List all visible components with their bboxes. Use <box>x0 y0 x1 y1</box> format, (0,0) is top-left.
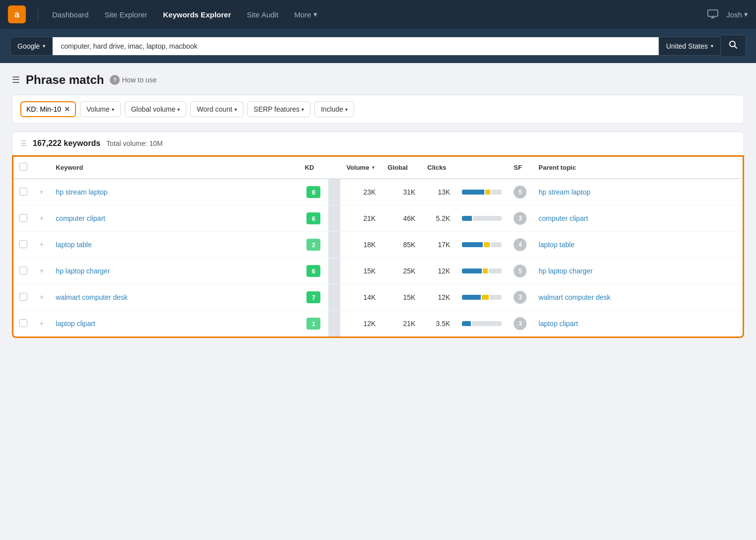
row-parent-cell: hp stream laptop <box>532 179 743 205</box>
search-input[interactable] <box>52 37 659 56</box>
keyword-link[interactable]: computer clipart <box>56 214 105 222</box>
chevron-down-icon: ▾ <box>313 10 317 19</box>
th-volume[interactable]: Volume ▼ <box>340 157 381 179</box>
add-keyword-icon[interactable]: + <box>39 188 44 196</box>
bar-yellow <box>483 269 488 273</box>
logo[interactable]: a <box>8 5 26 23</box>
row-divider <box>328 179 340 205</box>
bar-blue <box>462 321 471 326</box>
kd-filter-clear[interactable]: ✕ <box>64 105 70 113</box>
keyword-link[interactable]: walmart computer desk <box>56 293 128 301</box>
chevron-down-icon: ▾ <box>177 107 180 112</box>
nav-more-button[interactable]: More ▾ <box>288 7 323 22</box>
row-checkbox-cell <box>13 311 33 337</box>
nav-link-site-explorer[interactable]: Site Explorer <box>98 7 153 22</box>
monitor-icon[interactable] <box>705 7 720 22</box>
parent-topic-link[interactable]: laptop clipart <box>538 320 578 328</box>
hamburger-icon[interactable]: ☰ <box>12 74 20 85</box>
row-clicks-bar-cell <box>456 258 508 284</box>
country-select[interactable]: United States ▾ <box>659 37 721 56</box>
bar-blue <box>462 190 484 195</box>
global-volume-filter[interactable]: Global volume ▾ <box>125 101 187 117</box>
th-keyword: Keyword <box>50 157 299 179</box>
bar-blue <box>462 242 483 247</box>
row-clicks-cell: 17K <box>421 232 456 258</box>
global-volume-filter-label: Global volume <box>131 105 176 113</box>
keyword-link[interactable]: hp laptop charger <box>56 267 110 275</box>
add-keyword-icon[interactable]: + <box>39 293 44 301</box>
help-button[interactable]: ? How to use <box>110 75 156 85</box>
svg-rect-0 <box>708 10 718 16</box>
row-keyword-cell: laptop clipart <box>50 311 299 337</box>
help-icon: ? <box>110 75 120 85</box>
row-plus-cell: + <box>33 179 50 205</box>
nav-link-dashboard[interactable]: Dashboard <box>46 7 94 22</box>
row-checkbox[interactable] <box>19 293 27 301</box>
chevron-down-icon: ▾ <box>234 107 237 112</box>
row-volume-cell: 14K <box>340 284 381 311</box>
parent-topic-link[interactable]: hp stream laptop <box>538 188 590 196</box>
bar-yellow <box>485 190 490 195</box>
keyword-link[interactable]: hp stream laptop <box>56 188 107 196</box>
row-checkbox[interactable] <box>19 188 27 196</box>
row-checkbox[interactable] <box>19 240 27 248</box>
nav-link-keywords-explorer[interactable]: Keywords Explorer <box>157 7 237 22</box>
kd-badge: 2 <box>306 239 320 251</box>
chevron-down-icon: ▾ <box>302 107 304 112</box>
row-sf-cell: 5 <box>508 258 532 284</box>
row-checkbox[interactable] <box>19 267 27 274</box>
parent-topic-link[interactable]: computer clipart <box>538 214 588 222</box>
volume-filter[interactable]: Volume ▾ <box>80 101 121 117</box>
chevron-down-icon: ▾ <box>744 10 748 19</box>
table-row: + hp laptop charger 6 15K 25K 12K 5 hp l… <box>13 258 743 284</box>
add-keyword-icon[interactable]: + <box>39 214 44 222</box>
row-kd-cell: 6 <box>299 258 328 284</box>
row-kd-cell: 2 <box>299 232 328 258</box>
add-keyword-icon[interactable]: + <box>39 240 44 249</box>
keyword-link[interactable]: laptop clipart <box>56 320 95 328</box>
row-global-cell: 46K <box>381 205 421 232</box>
sf-badge: 3 <box>514 291 527 304</box>
sf-badge: 5 <box>514 186 527 199</box>
row-checkbox[interactable] <box>19 319 27 327</box>
th-parent-topic: Parent topic <box>532 157 743 179</box>
row-checkbox-cell <box>13 179 33 205</box>
user-menu[interactable]: Josh ▾ <box>726 10 748 19</box>
main-content: ☰ Phrase match ? How to use KD: Min-10 ✕… <box>0 63 756 348</box>
keyword-link[interactable]: laptop table <box>56 241 91 249</box>
nav-divider <box>38 7 38 21</box>
row-sf-cell: 3 <box>508 284 532 311</box>
row-plus-cell: + <box>33 311 50 337</box>
row-divider <box>328 205 340 232</box>
parent-topic-link[interactable]: walmart computer desk <box>538 293 610 301</box>
row-volume-cell: 18K <box>340 232 381 258</box>
search-button[interactable] <box>721 35 746 57</box>
top-nav: a Dashboard Site Explorer Keywords Explo… <box>0 0 756 29</box>
include-filter[interactable]: Include ▾ <box>314 101 354 117</box>
row-clicks-bar-cell <box>456 179 508 205</box>
add-keyword-icon[interactable]: + <box>39 267 44 275</box>
row-global-cell: 85K <box>381 232 421 258</box>
row-checkbox[interactable] <box>19 214 27 222</box>
engine-select[interactable]: Google ▾ <box>10 37 52 56</box>
row-checkbox-cell <box>13 205 33 232</box>
clicks-bar <box>462 242 502 247</box>
filter-bar: KD: Min-10 ✕ Volume ▾ Global volume ▾ Wo… <box>12 95 744 124</box>
chevron-down-icon: ▾ <box>345 107 348 112</box>
parent-topic-link[interactable]: laptop table <box>538 241 574 249</box>
kd-filter[interactable]: KD: Min-10 ✕ <box>20 101 76 117</box>
bar-gray <box>491 242 502 247</box>
row-parent-cell: laptop table <box>532 232 743 258</box>
header-checkbox[interactable] <box>19 163 27 171</box>
serp-features-filter[interactable]: SERP features ▾ <box>247 101 310 117</box>
row-volume-cell: 23K <box>340 179 381 205</box>
word-count-filter[interactable]: Word count ▾ <box>190 101 243 117</box>
kd-badge: 7 <box>306 291 320 303</box>
parent-topic-link[interactable]: hp laptop charger <box>538 267 593 275</box>
clicks-bar <box>462 295 502 300</box>
row-clicks-cell: 12K <box>421 258 456 284</box>
kd-badge: 6 <box>306 212 320 224</box>
sf-badge: 5 <box>514 265 527 277</box>
add-keyword-icon[interactable]: + <box>39 319 44 328</box>
nav-link-site-audit[interactable]: Site Audit <box>241 7 284 22</box>
